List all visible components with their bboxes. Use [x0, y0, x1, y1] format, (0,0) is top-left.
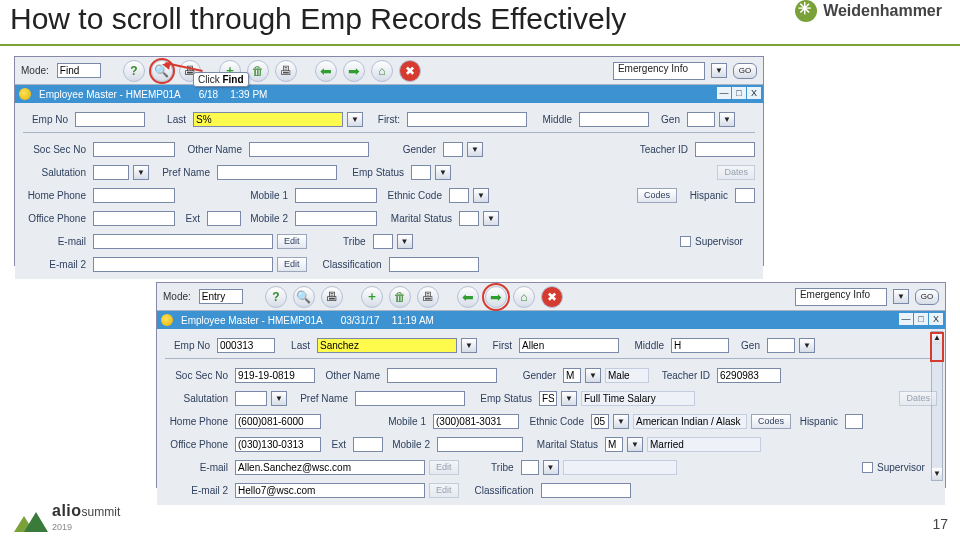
empstat-dropdown[interactable]: ▼	[561, 391, 577, 406]
last-name-dropdown[interactable]: ▼	[347, 112, 363, 127]
email-edit-button[interactable]: Edit	[429, 460, 459, 475]
last-name-field[interactable]	[193, 112, 343, 127]
marital-dropdown[interactable]: ▼	[627, 437, 643, 452]
minimize-button[interactable]: —	[899, 313, 913, 325]
middle-name-field[interactable]	[579, 112, 649, 127]
mobile1-field[interactable]	[295, 188, 377, 203]
gender-dropdown[interactable]: ▼	[585, 368, 601, 383]
close-window-button[interactable]: X	[929, 313, 943, 325]
home-button[interactable]: ⌂	[513, 286, 535, 308]
ethnic-field[interactable]	[591, 414, 609, 429]
last-name-field[interactable]	[317, 338, 457, 353]
salutation-field[interactable]	[235, 391, 267, 406]
marital-field[interactable]	[605, 437, 623, 452]
marital-field[interactable]	[459, 211, 479, 226]
supervisor-checkbox[interactable]	[680, 236, 691, 247]
supervisor-checkbox[interactable]	[862, 462, 873, 473]
scroll-down-icon[interactable]: ▼	[932, 468, 942, 480]
nav-dropdown[interactable]: Emergency Info	[795, 288, 887, 306]
ethnic-dropdown[interactable]: ▼	[613, 414, 629, 429]
close-window-button[interactable]: X	[747, 87, 761, 99]
ext-field[interactable]	[353, 437, 383, 452]
prev-button[interactable]: ⬅	[457, 286, 479, 308]
email-edit-button[interactable]: Edit	[277, 234, 307, 249]
email2-field[interactable]	[93, 257, 273, 272]
tribe-field[interactable]	[521, 460, 539, 475]
gen-dropdown[interactable]: ▼	[719, 112, 735, 127]
copy-button[interactable]: 🖶	[275, 60, 297, 82]
help-button[interactable]: ?	[265, 286, 287, 308]
nav-dropdown-caret[interactable]: ▼	[893, 289, 909, 304]
go-button[interactable]: GO	[733, 63, 757, 79]
gen-dropdown[interactable]: ▼	[799, 338, 815, 353]
cancel-button[interactable]: ✖	[399, 60, 421, 82]
email2-edit-button[interactable]: Edit	[429, 483, 459, 498]
middle-name-field[interactable]	[671, 338, 729, 353]
gen-field[interactable]	[687, 112, 715, 127]
gen-field[interactable]	[767, 338, 795, 353]
dates-button[interactable]: Dates	[899, 391, 937, 406]
tribe-dropdown[interactable]: ▼	[397, 234, 413, 249]
dates-button[interactable]: Dates	[717, 165, 755, 180]
ext-field[interactable]	[207, 211, 241, 226]
email2-edit-button[interactable]: Edit	[277, 257, 307, 272]
help-button[interactable]: ?	[123, 60, 145, 82]
email2-field[interactable]	[235, 483, 425, 498]
empstat-field[interactable]	[411, 165, 431, 180]
add-button[interactable]: ＋	[361, 286, 383, 308]
maximize-button[interactable]: □	[732, 87, 746, 99]
print-button[interactable]: 🖶	[321, 286, 343, 308]
home-phone-field[interactable]	[93, 188, 175, 203]
codes-button[interactable]: Codes	[751, 414, 791, 429]
office-phone-field[interactable]	[93, 211, 175, 226]
codes-button[interactable]: Codes	[637, 188, 677, 203]
tribe-dropdown[interactable]: ▼	[543, 460, 559, 475]
gender-dropdown[interactable]: ▼	[467, 142, 483, 157]
find-button[interactable]: 🔍	[293, 286, 315, 308]
next-button[interactable]: ➡	[343, 60, 365, 82]
salutation-field[interactable]	[93, 165, 129, 180]
gender-field[interactable]	[563, 368, 581, 383]
home-button[interactable]: ⌂	[371, 60, 393, 82]
go-button[interactable]: GO	[915, 289, 939, 305]
vertical-scrollbar[interactable]: ▲ ▼	[931, 331, 943, 481]
delete-button[interactable]: 🗑	[389, 286, 411, 308]
classification-field[interactable]	[541, 483, 631, 498]
office-phone-field[interactable]	[235, 437, 321, 452]
next-button[interactable]: ➡	[485, 286, 507, 308]
copy-button[interactable]: 🖶	[417, 286, 439, 308]
mobile2-field[interactable]	[295, 211, 377, 226]
mode-field[interactable]	[57, 63, 101, 78]
nav-dropdown[interactable]: Emergency Info	[613, 62, 705, 80]
marital-dropdown[interactable]: ▼	[483, 211, 499, 226]
email-field[interactable]	[235, 460, 425, 475]
gender-field[interactable]	[443, 142, 463, 157]
other-name-field[interactable]	[249, 142, 369, 157]
home-phone-field[interactable]	[235, 414, 321, 429]
email-field[interactable]	[93, 234, 273, 249]
emp-no-field[interactable]	[75, 112, 145, 127]
ethnic-dropdown[interactable]: ▼	[473, 188, 489, 203]
classification-field[interactable]	[389, 257, 479, 272]
tribe-field[interactable]	[373, 234, 393, 249]
minimize-button[interactable]: —	[717, 87, 731, 99]
teacher-id-field[interactable]	[695, 142, 755, 157]
mode-field[interactable]	[199, 289, 243, 304]
maximize-button[interactable]: □	[914, 313, 928, 325]
soc-field[interactable]	[235, 368, 315, 383]
mobile1-field[interactable]	[433, 414, 519, 429]
hispanic-field[interactable]	[845, 414, 863, 429]
salutation-dropdown[interactable]: ▼	[271, 391, 287, 406]
teacher-id-field[interactable]	[717, 368, 781, 383]
first-name-field[interactable]	[519, 338, 619, 353]
other-name-field[interactable]	[387, 368, 497, 383]
empstat-dropdown[interactable]: ▼	[435, 165, 451, 180]
pref-name-field[interactable]	[217, 165, 337, 180]
first-name-field[interactable]	[407, 112, 527, 127]
salutation-dropdown[interactable]: ▼	[133, 165, 149, 180]
pref-name-field[interactable]	[355, 391, 465, 406]
mobile2-field[interactable]	[437, 437, 523, 452]
empstat-field[interactable]	[539, 391, 557, 406]
emp-no-field[interactable]	[217, 338, 275, 353]
ethnic-field[interactable]	[449, 188, 469, 203]
